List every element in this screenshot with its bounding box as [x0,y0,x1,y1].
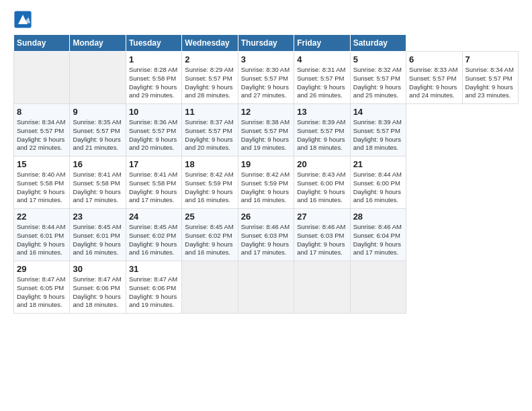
day-cell-1: 1Sunrise: 8:28 AMSunset: 5:58 PMDaylight… [126,52,181,104]
day-number: 11 [185,107,234,117]
week-row-4: 22Sunrise: 8:44 AMSunset: 6:01 PMDayligh… [14,209,519,261]
day-header-saturday: Saturday [350,35,406,52]
day-number: 9 [73,107,122,117]
day-cell-26: 26Sunrise: 8:46 AMSunset: 6:03 PMDayligh… [238,209,294,261]
day-cell-10: 10Sunrise: 8:36 AMSunset: 5:57 PMDayligh… [126,104,181,156]
cell-sun-info: Sunrise: 8:43 AMSunset: 6:00 PMDaylight:… [297,171,347,205]
cell-sun-info: Sunrise: 8:29 AMSunset: 5:57 PMDaylight:… [185,66,234,100]
day-cell-12: 12Sunrise: 8:38 AMSunset: 5:57 PMDayligh… [238,104,294,156]
day-header-tuesday: Tuesday [126,35,181,52]
cell-sun-info: Sunrise: 8:44 AMSunset: 6:01 PMDaylight:… [17,223,66,257]
day-cell-6: 6Sunrise: 8:33 AMSunset: 5:57 PMDaylight… [406,52,462,104]
day-cell-17: 17Sunrise: 8:41 AMSunset: 5:58 PMDayligh… [126,156,181,209]
cell-sun-info: Sunrise: 8:41 AMSunset: 5:58 PMDaylight:… [73,171,122,205]
day-number: 7 [466,54,516,64]
cell-sun-info: Sunrise: 8:33 AMSunset: 5:57 PMDaylight:… [409,66,459,100]
logo-icon [13,10,32,29]
day-cell-24: 24Sunrise: 8:45 AMSunset: 6:02 PMDayligh… [126,209,181,261]
calendar-header-row: SundayMondayTuesdayWednesdayThursdayFrid… [14,35,519,52]
header [13,10,519,29]
cell-sun-info: Sunrise: 8:34 AMSunset: 5:57 PMDaylight:… [17,118,66,152]
day-number: 16 [73,159,122,169]
day-header-monday: Monday [70,35,126,52]
day-number: 27 [297,212,347,222]
cell-sun-info: Sunrise: 8:32 AMSunset: 5:57 PMDaylight:… [353,66,403,100]
day-cell-18: 18Sunrise: 8:42 AMSunset: 5:59 PMDayligh… [182,156,238,209]
day-number: 19 [241,159,291,169]
day-number: 1 [129,54,179,64]
day-number: 20 [297,159,347,169]
day-number: 6 [409,54,459,64]
day-number: 30 [73,264,122,274]
day-cell-9: 9Sunrise: 8:35 AMSunset: 5:57 PMDaylight… [70,104,126,156]
cell-sun-info: Sunrise: 8:45 AMSunset: 6:02 PMDaylight:… [185,223,234,257]
day-number: 12 [241,107,291,117]
day-cell-3: 3Sunrise: 8:30 AMSunset: 5:57 PMDaylight… [238,52,294,104]
day-header-friday: Friday [294,35,350,52]
calendar-body: 1Sunrise: 8:28 AMSunset: 5:58 PMDaylight… [14,52,519,314]
day-cell-19: 19Sunrise: 8:42 AMSunset: 5:59 PMDayligh… [238,156,294,209]
cell-sun-info: Sunrise: 8:34 AMSunset: 5:57 PMDaylight:… [466,66,516,100]
cell-sun-info: Sunrise: 8:31 AMSunset: 5:57 PMDaylight:… [297,66,347,100]
day-cell-14: 14Sunrise: 8:39 AMSunset: 5:57 PMDayligh… [350,104,406,156]
cell-sun-info: Sunrise: 8:42 AMSunset: 5:59 PMDaylight:… [185,171,234,205]
cell-sun-info: Sunrise: 8:46 AMSunset: 6:03 PMDaylight:… [241,223,291,257]
day-cell-22: 22Sunrise: 8:44 AMSunset: 6:01 PMDayligh… [14,209,70,261]
day-number: 26 [241,212,291,222]
cell-sun-info: Sunrise: 8:28 AMSunset: 5:58 PMDaylight:… [129,66,179,100]
cell-sun-info: Sunrise: 8:39 AMSunset: 5:57 PMDaylight:… [353,118,403,152]
cell-sun-info: Sunrise: 8:44 AMSunset: 6:00 PMDaylight:… [353,171,403,205]
cell-sun-info: Sunrise: 8:37 AMSunset: 5:57 PMDaylight:… [185,118,234,152]
day-header-wednesday: Wednesday [182,35,238,52]
cell-sun-info: Sunrise: 8:35 AMSunset: 5:57 PMDaylight:… [73,118,122,152]
empty-cell [70,52,126,104]
cell-sun-info: Sunrise: 8:30 AMSunset: 5:57 PMDaylight:… [241,66,291,100]
cell-sun-info: Sunrise: 8:47 AMSunset: 6:06 PMDaylight:… [129,275,179,310]
day-cell-20: 20Sunrise: 8:43 AMSunset: 6:00 PMDayligh… [294,156,350,209]
day-number: 17 [129,159,179,169]
day-cell-2: 2Sunrise: 8:29 AMSunset: 5:57 PMDaylight… [182,52,238,104]
day-number: 8 [17,107,66,117]
day-cell-13: 13Sunrise: 8:39 AMSunset: 5:57 PMDayligh… [294,104,350,156]
cell-sun-info: Sunrise: 8:36 AMSunset: 5:57 PMDaylight:… [129,118,179,152]
day-cell-11: 11Sunrise: 8:37 AMSunset: 5:57 PMDayligh… [182,104,238,156]
day-header-sunday: Sunday [14,35,70,52]
logo [13,10,35,29]
day-cell-5: 5Sunrise: 8:32 AMSunset: 5:57 PMDaylight… [350,52,406,104]
cell-sun-info: Sunrise: 8:39 AMSunset: 5:57 PMDaylight:… [297,118,347,152]
day-number: 18 [185,159,234,169]
day-cell-16: 16Sunrise: 8:41 AMSunset: 5:58 PMDayligh… [70,156,126,209]
day-number: 14 [353,107,403,117]
cell-sun-info: Sunrise: 8:45 AMSunset: 6:02 PMDaylight:… [129,223,179,257]
day-number: 29 [17,264,66,274]
cell-sun-info: Sunrise: 8:38 AMSunset: 5:57 PMDaylight:… [241,118,291,152]
day-number: 31 [129,264,179,274]
day-cell-23: 23Sunrise: 8:45 AMSunset: 6:01 PMDayligh… [70,209,126,261]
cell-sun-info: Sunrise: 8:46 AMSunset: 6:03 PMDaylight:… [297,223,347,257]
cell-sun-info: Sunrise: 8:45 AMSunset: 6:01 PMDaylight:… [73,223,122,257]
empty-cell [182,261,238,314]
day-cell-8: 8Sunrise: 8:34 AMSunset: 5:57 PMDaylight… [14,104,70,156]
day-number: 23 [73,212,122,222]
cell-sun-info: Sunrise: 8:41 AMSunset: 5:58 PMDaylight:… [129,171,179,205]
day-number: 10 [129,107,179,117]
page: SundayMondayTuesdayWednesdayThursdayFrid… [0,0,532,411]
day-number: 2 [185,54,234,64]
day-number: 28 [353,212,403,222]
calendar-table: SundayMondayTuesdayWednesdayThursdayFrid… [13,34,519,314]
day-cell-15: 15Sunrise: 8:40 AMSunset: 5:58 PMDayligh… [14,156,70,209]
week-row-5: 29Sunrise: 8:47 AMSunset: 6:05 PMDayligh… [14,261,519,314]
day-cell-27: 27Sunrise: 8:46 AMSunset: 6:03 PMDayligh… [294,209,350,261]
empty-cell [294,261,350,314]
day-cell-28: 28Sunrise: 8:46 AMSunset: 6:04 PMDayligh… [350,209,406,261]
day-number: 25 [185,212,234,222]
week-row-3: 15Sunrise: 8:40 AMSunset: 5:58 PMDayligh… [14,156,519,209]
empty-cell [238,261,294,314]
week-row-1: 1Sunrise: 8:28 AMSunset: 5:58 PMDaylight… [14,52,519,104]
day-cell-25: 25Sunrise: 8:45 AMSunset: 6:02 PMDayligh… [182,209,238,261]
cell-sun-info: Sunrise: 8:46 AMSunset: 6:04 PMDaylight:… [353,223,403,257]
empty-cell [14,52,70,104]
day-cell-30: 30Sunrise: 8:47 AMSunset: 6:06 PMDayligh… [70,261,126,314]
day-number: 4 [297,54,347,64]
day-header-thursday: Thursday [238,35,294,52]
